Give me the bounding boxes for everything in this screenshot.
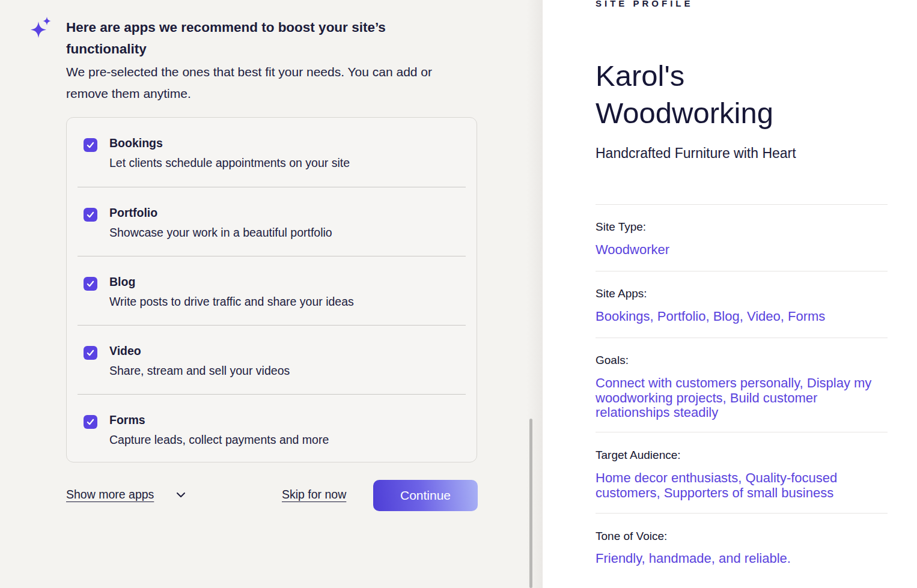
section-divider	[596, 271, 888, 271]
goals-label: Goals:	[596, 354, 888, 367]
app-description-bookings: Let clients schedule appointments on you…	[109, 156, 350, 170]
checkmark-icon	[87, 211, 94, 219]
checkbox-blog[interactable]	[84, 277, 97, 291]
checkmark-icon	[87, 418, 94, 426]
app-description-video: Share, stream and sell your videos	[109, 364, 290, 378]
site-type-label: Site Type:	[596, 220, 888, 234]
checkbox-portfolio[interactable]	[84, 208, 97, 222]
site-profile-panel: SITE PROFILE Karol's Woodworking Handcra…	[543, 0, 917, 588]
checkbox-bookings[interactable]	[84, 138, 97, 152]
checkmark-icon	[87, 349, 94, 357]
checkbox-forms[interactable]	[84, 415, 97, 429]
app-title-portfolio: Portfolio	[109, 206, 157, 220]
recommendation-subheading: We pre-selected the ones that best fit y…	[66, 61, 463, 105]
checkbox-video[interactable]	[84, 346, 97, 360]
app-description-blog: Write posts to drive traffic and share y…	[109, 295, 354, 309]
checkmark-icon	[87, 280, 94, 288]
chevron-down-icon[interactable]	[176, 491, 186, 499]
continue-button[interactable]: Continue	[373, 480, 478, 511]
tone-of-voice-label: Tone of Voice:	[596, 530, 888, 543]
app-title-forms: Forms	[109, 413, 145, 427]
app-description-forms: Capture leads, collect payments and more	[109, 433, 329, 447]
site-apps-value[interactable]: Bookings, Portfolio, Blog, Video, Forms	[596, 309, 888, 324]
app-row-portfolio: Portfolio Showcase your work in a beauti…	[67, 187, 477, 256]
site-subtitle: Handcrafted Furniture with Heart	[596, 145, 888, 162]
ai-sparkle-icon	[28, 16, 54, 42]
site-apps-label: Site Apps:	[596, 287, 888, 300]
tone-of-voice-value[interactable]: Friendly, handmade, and reliable.	[596, 551, 888, 566]
app-description-portfolio: Showcase your work in a beautiful portfo…	[109, 226, 332, 240]
checkmark-icon	[87, 141, 94, 149]
section-divider	[596, 338, 888, 338]
app-row-forms: Forms Capture leads, collect payments an…	[67, 394, 477, 462]
app-title-video: Video	[109, 344, 141, 358]
recommended-apps-panel: Here are apps we recommend to boost your…	[0, 0, 543, 588]
target-audience-value[interactable]: Home decor enthusiasts, Quality-focused …	[596, 471, 888, 500]
site-type-value[interactable]: Woodworker	[596, 243, 888, 258]
apps-card: Bookings Let clients schedule appointmen…	[66, 117, 477, 462]
section-divider	[596, 432, 888, 432]
app-title-blog: Blog	[109, 275, 135, 289]
target-audience-label: Target Audience:	[596, 449, 888, 462]
show-more-apps-link[interactable]: Show more apps	[66, 488, 154, 502]
skip-for-now-link[interactable]: Skip for now	[282, 488, 346, 502]
site-profile-header: SITE PROFILE	[596, 0, 888, 8]
scrollbar-thumb[interactable]	[529, 419, 532, 588]
app-row-bookings: Bookings Let clients schedule appointmen…	[67, 118, 477, 187]
app-title-bookings: Bookings	[109, 136, 163, 150]
app-row-video: Video Share, stream and sell your videos	[67, 325, 477, 394]
section-divider	[596, 204, 888, 205]
app-row-blog: Blog Write posts to drive traffic and sh…	[67, 256, 477, 325]
goals-value[interactable]: Connect with customers personally, Displ…	[596, 376, 888, 420]
actions-bar: Show more apps Skip for now Continue	[66, 480, 478, 511]
site-title: Karol's Woodworking	[596, 57, 854, 132]
recommendation-heading: Here are apps we recommend to boost your…	[66, 17, 427, 60]
section-divider	[596, 513, 888, 514]
